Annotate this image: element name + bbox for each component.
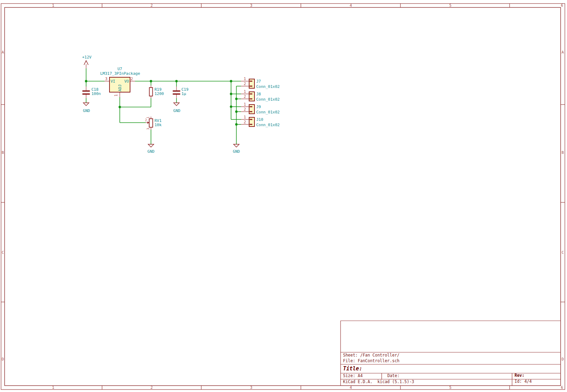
capacitor-c18: C18 100n <box>83 87 101 96</box>
gnd-symbol-connectors: GND <box>233 144 240 154</box>
frame-ref: 2 <box>151 3 153 7</box>
junction-dot <box>175 80 178 83</box>
junction-dot <box>230 93 232 95</box>
gnd-label: GND <box>147 149 155 154</box>
frame-ref: 6 <box>561 385 563 390</box>
j7-reference: J7 <box>256 79 261 84</box>
connector-j9: 1 2 J9 Conn_01x02 <box>244 102 280 114</box>
frame-ref: A <box>562 50 564 54</box>
junction-dot <box>119 106 121 108</box>
u7-reference: U7 <box>117 67 122 71</box>
resistor-r19: R19 1200 <box>150 87 164 96</box>
rv1-pin-number-3: 3 <box>147 128 150 130</box>
title-block-generator: KiCad E.D.A. kicad (5.1.5)-3 <box>343 379 414 384</box>
j7-pin-number-2: 2 <box>244 82 246 86</box>
u7-value: LM317_3PInPackage <box>100 71 140 76</box>
gnd-label: GND <box>83 108 90 113</box>
frame-ref: B <box>562 150 564 155</box>
junction-dot <box>235 123 238 126</box>
junction-dot <box>235 98 238 100</box>
frame-ref: D <box>2 357 4 361</box>
title-block-size: Size: A4 <box>343 373 363 378</box>
connector-j8: 1 2 J8 Conn_01x02 <box>244 89 280 102</box>
junction-dot <box>235 111 238 113</box>
potentiometer-rv1: RV1 10k 1 2 3 <box>145 117 162 130</box>
connector-body <box>249 79 254 88</box>
junction-dot <box>230 80 232 83</box>
j7-value: Conn_01x02 <box>256 84 280 89</box>
c19-value: 1μ <box>181 91 186 96</box>
gnd-symbol-rv1: GND <box>147 144 155 154</box>
gnd-symbol-c18: GND <box>83 103 90 113</box>
j9-pin-number-2: 2 <box>244 107 246 111</box>
frame-ref: B <box>2 150 4 155</box>
j8-pin-number-1: 1 <box>244 89 246 94</box>
u7-pin-name-vo: VO <box>124 79 129 84</box>
j8-pin-number-2: 2 <box>244 94 246 99</box>
junction-dot <box>230 106 232 108</box>
frame-ref: D <box>562 357 564 361</box>
rv1-pin-number-2: 2 <box>145 119 147 122</box>
title-block-sheet: Sheet: /Fan Controller/ <box>343 353 399 358</box>
u7-pin-name-vi: VI <box>111 79 115 84</box>
j10-pin-number-1: 1 <box>244 115 246 119</box>
capacitor-c19: C19 1μ <box>173 87 189 96</box>
junction-dot <box>150 80 152 83</box>
resistor-body <box>150 88 153 96</box>
title-block-title: Title: <box>343 365 362 372</box>
frame-ref: 4 <box>350 385 352 390</box>
j8-value: Conn_01x02 <box>256 97 280 102</box>
j10-reference: J10 <box>256 117 263 122</box>
u7-pin-number-3: 3 <box>105 77 107 81</box>
gnd-label: GND <box>233 149 240 154</box>
gnd-symbol-c19: GND <box>173 103 180 113</box>
potentiometer-body <box>149 119 153 127</box>
capacitor-plate <box>83 94 90 95</box>
title-block-file: File: FanController.sch <box>343 358 399 363</box>
c18-value: 100n <box>91 91 101 96</box>
j9-pin-number-1: 1 <box>244 102 246 106</box>
capacitor-plate <box>173 90 180 92</box>
frame-ref: 5 <box>449 385 451 390</box>
frame-ref: C <box>2 250 4 254</box>
rv1-pin-number-1: 1 <box>147 117 150 118</box>
frame-column-labels-top: 1 2 3 4 5 6 <box>52 3 563 7</box>
frame-row-labels-right: A B C D <box>562 50 564 361</box>
j10-pin-number-2: 2 <box>244 120 246 124</box>
u7-pin-number-2: 2 <box>131 77 133 81</box>
frame-ref: 3 <box>250 385 252 390</box>
j10-value: Conn_01x02 <box>256 123 280 127</box>
gnd-label: GND <box>173 108 180 113</box>
title-block-id: Id: 4/4 <box>515 379 532 384</box>
u7-pin-number-1: 1 <box>114 94 118 96</box>
frame-ref: 2 <box>151 385 153 390</box>
frame-ref: 1 <box>52 385 54 390</box>
gnd-icon <box>234 144 239 147</box>
connector-j7: 1 2 J7 Conn_01x02 <box>244 77 280 89</box>
title-block: Sheet: /Fan Controller/ File: FanControl… <box>341 321 561 386</box>
capacitor-plate <box>83 90 90 92</box>
connector-body <box>249 105 254 114</box>
r19-value: 1200 <box>155 91 164 96</box>
frame-ref: 1 <box>52 3 54 7</box>
rv1-value: 10k <box>155 123 162 127</box>
connector-body <box>249 92 254 101</box>
frame-ref: 5 <box>449 3 451 7</box>
j8-reference: J8 <box>256 92 261 96</box>
connector-body <box>249 117 254 127</box>
j7-pin-number-1: 1 <box>244 77 246 81</box>
j9-value: Conn_01x02 <box>256 110 280 114</box>
gnd-icon <box>148 144 154 147</box>
frame-ref: C <box>562 250 564 254</box>
connector-j10: 1 2 J10 Conn_01x02 <box>244 115 280 127</box>
junction-dot <box>85 80 88 83</box>
frame-column-labels-bottom: 1 2 3 4 5 6 <box>52 385 563 390</box>
power-flag-12v: +12V <box>82 55 92 65</box>
capacitor-plate <box>173 94 180 95</box>
power-rail-label: +12V <box>82 55 92 60</box>
title-block-rev: Rev: <box>515 373 524 378</box>
gnd-icon <box>174 103 179 106</box>
frame-ref: A <box>2 50 4 54</box>
frame-row-labels-left: A B C D <box>2 50 4 361</box>
gnd-icon <box>83 103 89 106</box>
